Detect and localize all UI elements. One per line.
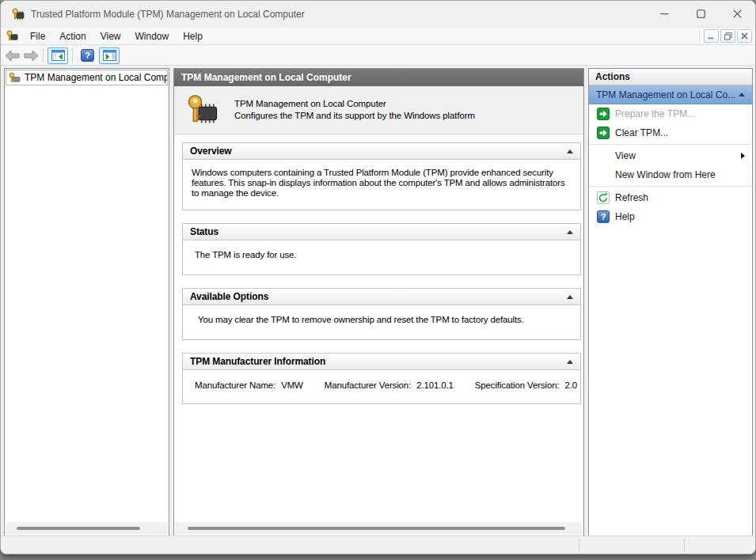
mdi-close-button[interactable] [737,29,752,43]
collapse-arrow-icon[interactable] [567,295,573,299]
window-title: Trusted Platform Module (TPM) Management… [31,9,305,20]
show-console-tree-button[interactable] [47,47,68,64]
action-prepare-tpm[interactable]: Prepare the TPM... [589,104,752,123]
action-label: New Window from Here [615,169,716,180]
minimize-button[interactable] [646,1,682,27]
maximize-icon [697,9,705,18]
menu-action[interactable]: Action [52,28,93,44]
collapse-arrow-icon[interactable] [567,149,573,153]
mdi-restore-button[interactable] [720,29,735,43]
menu-help[interactable]: Help [176,28,210,44]
section-title: Status [190,226,218,237]
action-label: Help [615,211,635,222]
section-status-header[interactable]: Status [183,224,580,240]
section-available-options: Available Options You may clear the TPM … [182,288,581,340]
scrollbar-thumb[interactable] [17,527,140,530]
action-label: Prepare the TPM... [615,108,695,119]
title-bar: Trusted Platform Module (TPM) Management… [1,1,755,27]
section-available-options-body: You may clear the TPM to remove ownershi… [183,305,580,339]
field-label: Specification Version: [475,380,560,390]
close-icon [733,9,742,18]
mdi-close-icon [741,32,748,40]
results-pane-title: TPM Management on Local Computer [174,69,583,86]
collapse-arrow-icon[interactable] [567,230,573,234]
maximize-button[interactable] [682,1,719,27]
snapin-banner: TPM Management on Local Computer Configu… [174,86,583,134]
show-console-tree-icon [51,50,65,61]
action-label: View [615,150,636,161]
menu-file[interactable]: File [23,28,52,44]
status-bar-divider [684,539,685,551]
mdi-restore-icon [724,32,732,40]
mdi-minimize-icon [708,32,715,40]
help-icon: ? [597,210,610,223]
status-bar [1,535,755,554]
menu-bar: File Action View Window Help [1,27,755,45]
section-overview-body: Windows computers containing a Trusted P… [183,160,576,210]
section-available-options-header[interactable]: Available Options [183,289,580,305]
console-tree-pane: TPM Management on Local Comp [4,68,169,536]
green-arrow-icon [597,127,610,139]
show-action-pane-button[interactable] [99,47,120,64]
specification-version-field: Specification Version:2.0 [475,380,577,390]
collapse-arrow-icon[interactable] [567,360,573,364]
manufacturer-fields: Manufacturer Name:VMW Manufacturer Versi… [183,370,580,403]
action-clear-tpm[interactable]: Clear TPM... [589,123,752,142]
toolbar-separator [43,48,44,62]
field-label: Manufacturer Version: [325,380,411,390]
mdi-window-controls [699,29,752,43]
toolbar-separator [72,48,73,62]
actions-group-label: TPM Management on Local Co... [596,89,735,100]
submenu-arrow-icon [741,153,745,159]
tpm-key-chip-icon [9,72,21,84]
minimize-icon [660,9,669,18]
sections-container: Overview Windows computers containing a … [174,134,583,404]
collapse-arrow-icon[interactable] [739,93,745,96]
section-manufacturer-info: TPM Manufacturer Information Manufacture… [182,353,581,404]
window-controls [646,1,755,27]
menu-items: File Action View Window Help [23,28,210,44]
section-title: Overview [190,146,232,157]
close-button[interactable] [719,1,755,27]
actions-pane-title: Actions [589,69,752,85]
action-new-window-from-here[interactable]: New Window from Here [589,165,752,184]
tree-item-tpm-root[interactable]: TPM Management on Local Comp [6,70,168,85]
menu-window[interactable]: Window [128,28,177,44]
section-title: TPM Manufacturer Information [190,356,325,367]
actions-pane: Actions TPM Management on Local Co... Pr… [588,68,753,536]
left-pane-horizontal-scrollbar[interactable] [6,522,168,535]
mdi-minimize-button[interactable] [704,29,719,43]
action-label: Clear TPM... [615,127,668,138]
action-label: Refresh [615,192,648,203]
results-pane-horizontal-scrollbar[interactable] [175,522,583,535]
banner-text: TPM Management on Local Computer Configu… [234,98,475,122]
help-icon: ? [81,49,94,62]
section-overview-header[interactable]: Overview [183,143,580,160]
menu-view[interactable]: View [93,28,128,44]
back-button[interactable] [5,50,20,62]
tree-item-label: TPM Management on Local Comp [25,72,168,83]
manufacturer-version-field: Manufacturer Version:2.101.0.1 [325,380,454,390]
scrollbar-thumb[interactable] [188,527,565,530]
manufacturer-name-field: Manufacturer Name:VMW [195,380,303,390]
field-value: 2.0 [564,380,577,390]
action-help[interactable]: ? Help [589,207,752,226]
toolbar: ? [1,46,755,66]
toolbar-help-button[interactable]: ? [81,49,94,62]
refresh-icon [597,191,610,204]
forward-button[interactable] [24,50,39,62]
action-refresh[interactable]: Refresh [589,188,752,207]
back-icon [5,50,20,62]
field-label: Manufacturer Name: [195,380,275,390]
actions-group-header[interactable]: TPM Management on Local Co... [589,85,752,104]
status-bar-divider [579,539,579,551]
banner-subtitle: Configures the TPM and its support by th… [234,110,475,122]
actions-separator [589,144,752,145]
section-status-body: The TPM is ready for use. [183,240,580,274]
section-manufacturer-info-header[interactable]: TPM Manufacturer Information [183,354,580,370]
action-view[interactable]: View [589,146,752,165]
show-action-pane-icon [103,50,116,61]
forward-icon [24,50,39,62]
section-status: Status The TPM is ready for use. [182,223,581,275]
tpm-key-chip-icon-large [187,94,218,126]
